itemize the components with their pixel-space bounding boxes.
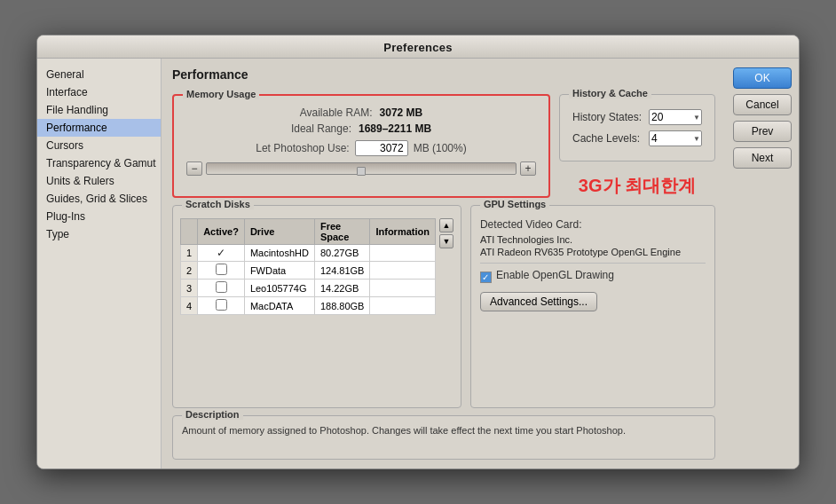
photoshop-use-unit: MB (100%) [414,142,467,154]
dialog-title: Preferences [383,41,452,54]
scroll-up-button[interactable]: ▲ [439,218,453,232]
sidebar-item-interface[interactable]: Interface [37,83,161,101]
sidebar-item-guides-grid-slices[interactable]: Guides, Grid & Slices [37,190,161,208]
scroll-arrows: ▲ ▼ [439,218,453,248]
description-box: Description Amount of memory assigned to… [172,415,715,460]
memory-usage-box: Memory Usage Available RAM: 3072 MB Idea… [172,94,550,198]
section-title: Performance [172,67,715,82]
photoshop-use-input[interactable] [355,140,408,156]
ok-button[interactable]: OK [733,67,792,89]
sidebar-item-type[interactable]: Type [37,225,161,243]
row-free-space: 14.22GB [314,280,370,297]
row-num: 3 [181,280,198,297]
row-num: 2 [181,262,198,280]
minus-icon: − [191,162,197,175]
ideal-range-value: 1689–2211 MB [359,122,431,135]
table-row: 2 FWData 124.81GB [181,262,436,280]
next-button[interactable]: Next [733,147,792,169]
gpu-card-line1: ATI Technologies Inc. [480,234,706,245]
annotation-text: 3G가 최대한계 [559,174,715,198]
history-states-select-wrap: 20 50 100 [649,109,702,125]
cache-levels-select[interactable]: 4 2 6 [649,130,702,146]
row-active[interactable] [198,297,245,315]
sidebar-item-general[interactable]: General [37,66,161,83]
history-cache-label: History & Cache [569,88,651,98]
scratch-disks-table: Active? Drive Free Space Information 1 [180,218,436,315]
enable-opengl-checkbox[interactable]: ✓ [480,272,492,283]
available-ram-label: Available RAM: [300,106,373,119]
row-info [370,297,436,315]
row-free-space: 124.81GB [314,262,370,280]
col-num [181,219,198,245]
history-cache-box: History & Cache History States: 20 50 10… [559,94,715,161]
active-checkbox[interactable] [216,264,227,275]
checkmark-icon: ✓ [217,247,225,259]
sidebar-item-file-handling[interactable]: File Handling [37,101,161,119]
scroll-down-button[interactable]: ▼ [439,234,453,248]
row-free-space: 80.27GB [314,245,370,262]
title-bar: Preferences [37,35,799,59]
table-row: 1 ✓ MacintoshHD 80.27GB [181,245,436,262]
slider-plus-button[interactable]: + [520,161,536,176]
sidebar-item-plug-ins[interactable]: Plug-Ins [37,208,161,225]
row-drive: MacintoshHD [244,245,314,262]
active-checkbox[interactable] [216,281,227,293]
buttons-column: OK Cancel Prev Next [726,59,799,469]
advanced-settings-button[interactable]: Advanced Settings... [480,292,597,311]
gpu-settings-box: GPU Settings Detected Video Card: ATI Te… [470,205,715,408]
plus-icon: + [524,162,531,175]
slider-thumb [357,167,366,176]
col-active: Active? [198,219,245,245]
description-text: Amount of memory assigned to Photoshop. … [182,425,706,436]
enable-opengl-label: Enable OpenGL Drawing [496,269,614,281]
gpu-card-line2: ATI Radeon RV635 Prototype OpenGL Engine [480,247,706,257]
table-row: 4 MacDATA 188.80GB [181,297,436,315]
gpu-settings-label: GPU Settings [480,199,549,209]
memory-usage-label: Memory Usage [183,89,259,99]
sidebar-item-units-rulers[interactable]: Units & Rulers [37,172,161,190]
prev-button[interactable]: Prev [733,121,792,142]
history-states-select[interactable]: 20 50 100 [649,109,702,125]
description-label: Description [182,409,243,420]
cache-levels-label: Cache Levels: [572,132,640,145]
col-drive: Drive [244,219,314,245]
row-info [370,280,436,297]
row-active[interactable] [198,280,245,297]
advanced-settings-label: Advanced Settings... [490,295,588,308]
main-content: Performance Memory Usage Available RAM: … [162,59,726,469]
row-drive: FWData [244,262,314,280]
slider-minus-button[interactable]: − [186,161,202,176]
memory-slider[interactable] [206,162,517,175]
col-information: Information [370,219,436,245]
row-free-space: 188.80GB [314,297,370,315]
scratch-disks-box: Scratch Disks Active? Drive Free Space [172,205,461,408]
row-active[interactable]: ✓ [198,245,245,262]
table-row: 3 Leo105774G 14.22GB [181,280,436,297]
detected-video-card-label: Detected Video Card: [480,218,706,231]
ideal-range-label: Ideal Range: [291,122,351,135]
row-num: 1 [181,245,198,262]
scratch-disks-label: Scratch Disks [182,199,254,209]
row-info [370,245,436,262]
sidebar-item-transparency-gamut[interactable]: Transparency & Gamut [37,154,161,172]
row-drive: Leo105774G [244,280,314,297]
active-checkbox[interactable] [216,299,227,311]
opengl-checkmark-icon: ✓ [482,272,489,282]
let-photoshop-label: Let Photoshop Use: [256,142,349,154]
row-info [370,262,436,280]
sidebar-item-cursors[interactable]: Cursors [37,137,161,154]
col-free-space: Free Space [314,219,370,245]
sidebar: General Interface File Handling Performa… [37,59,162,469]
preferences-dialog: Preferences General Interface File Handl… [36,35,800,469]
gpu-divider [480,263,706,264]
row-drive: MacDATA [244,297,314,315]
enable-opengl-row: ✓ Enable OpenGL Drawing [480,269,706,285]
sidebar-item-performance[interactable]: Performance [37,119,161,137]
cancel-button[interactable]: Cancel [733,94,792,115]
row-num: 4 [181,297,198,315]
available-ram-value: 3072 MB [380,106,423,119]
history-states-label: History States: [572,111,642,123]
row-active[interactable] [198,262,245,280]
cache-levels-select-wrap: 4 2 6 [649,130,702,146]
